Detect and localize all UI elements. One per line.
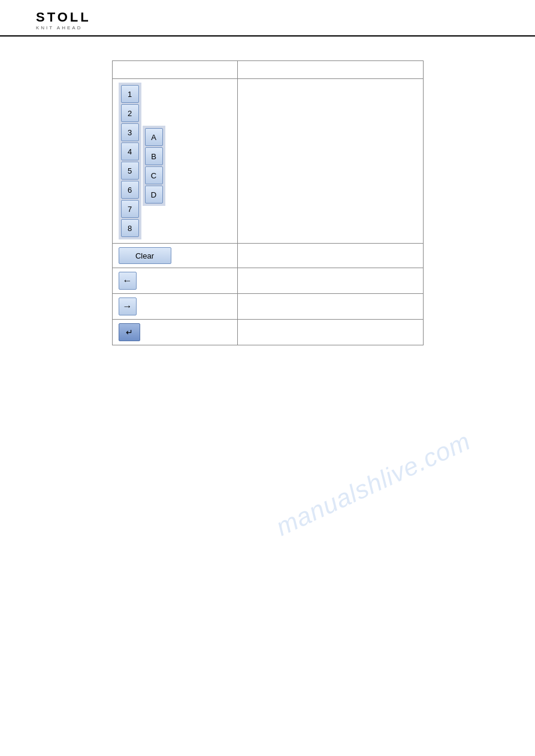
watermark: manualshlive.com <box>271 427 474 542</box>
brand-name: STOLL <box>36 11 91 24</box>
arrow-left-button[interactable]: ← <box>119 272 137 290</box>
logo-block: STOLL KNIT AHEAD <box>36 11 91 31</box>
arrow-right-cell: → <box>112 294 238 320</box>
col1-header <box>112 61 238 79</box>
keypad-col-letters: A B C D <box>143 126 165 206</box>
key-D[interactable]: D <box>145 186 163 204</box>
enter-description-cell <box>238 320 423 345</box>
clear-button[interactable]: Clear <box>119 247 171 264</box>
arrow-right-description-cell <box>238 294 423 320</box>
key-7[interactable]: 7 <box>121 200 139 218</box>
keypad-cell: 1 2 3 4 5 6 7 8 A B C D <box>112 79 238 244</box>
keypad-col-numbers: 1 2 3 4 5 6 7 8 <box>119 83 141 239</box>
main-content: 1 2 3 4 5 6 7 8 A B C D <box>0 54 535 351</box>
key-5[interactable]: 5 <box>121 162 139 180</box>
arrow-left-description-cell <box>238 268 423 294</box>
key-1[interactable]: 1 <box>121 85 139 103</box>
key-A[interactable]: A <box>145 128 163 146</box>
enter-cell: ↵ <box>112 320 238 345</box>
key-8[interactable]: 8 <box>121 219 139 237</box>
key-6[interactable]: 6 <box>121 181 139 199</box>
arrow-right-row: → <box>112 294 423 320</box>
key-B[interactable]: B <box>145 147 163 165</box>
clear-cell: Clear <box>112 244 238 268</box>
arrow-left-row: ← <box>112 268 423 294</box>
clear-row: Clear <box>112 244 423 268</box>
keypad-row: 1 2 3 4 5 6 7 8 A B C D <box>112 79 423 244</box>
arrow-left-cell: ← <box>112 268 238 294</box>
brand-tagline: KNIT AHEAD <box>36 25 91 31</box>
table-header-row <box>112 61 423 79</box>
page-header: STOLL KNIT AHEAD <box>0 0 535 37</box>
arrow-right-button[interactable]: → <box>119 297 137 315</box>
keypad-container: 1 2 3 4 5 6 7 8 A B C D <box>119 83 232 239</box>
clear-description-cell <box>238 244 423 268</box>
key-3[interactable]: 3 <box>121 123 139 141</box>
col2-header <box>238 61 423 79</box>
key-C[interactable]: C <box>145 166 163 184</box>
ui-table: 1 2 3 4 5 6 7 8 A B C D <box>112 60 424 345</box>
keypad-description-cell <box>238 79 423 244</box>
enter-row: ↵ <box>112 320 423 345</box>
enter-button[interactable]: ↵ <box>119 323 140 341</box>
key-4[interactable]: 4 <box>121 142 139 160</box>
key-2[interactable]: 2 <box>121 104 139 122</box>
